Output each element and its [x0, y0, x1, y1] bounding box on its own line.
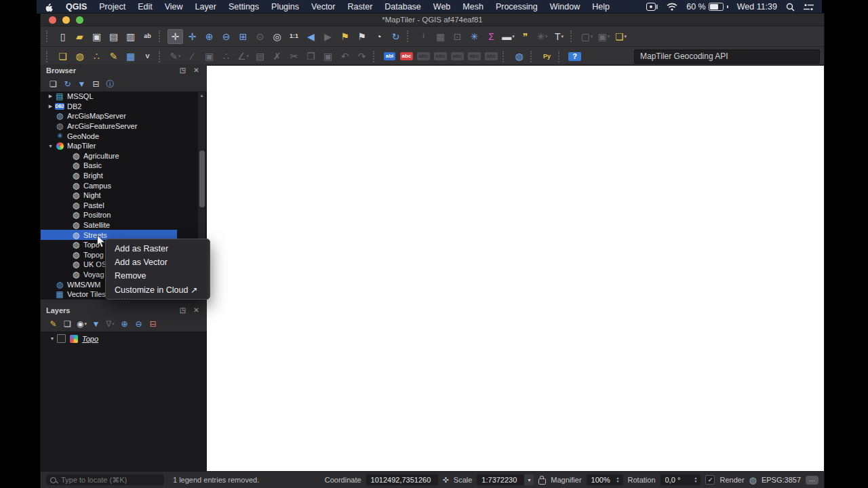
open-project-button[interactable]: ▰ — [72, 29, 87, 44]
menu-layer[interactable]: Layer — [195, 2, 216, 12]
battery-indicator[interactable]: 60 % — [686, 2, 728, 12]
scale-input[interactable] — [480, 475, 521, 485]
context-item-add-as-vector[interactable]: Add as Vector — [106, 256, 210, 269]
screen-recording-icon[interactable] — [646, 3, 658, 11]
filter-browser-button[interactable]: ▼ — [75, 78, 88, 90]
float-panel-button[interactable]: ◳ — [178, 66, 187, 75]
layer-item-topo[interactable]: ▼ Topo — [41, 331, 207, 344]
render-checkbox[interactable]: ✓ — [705, 475, 715, 485]
collapse-all-layers-button[interactable]: ⊖ — [132, 318, 145, 330]
browser-item-agriculture[interactable]: ◍Agriculture — [41, 151, 207, 161]
run-feature-action-button[interactable]: ✳▾ — [534, 29, 550, 44]
copy-features-button[interactable]: ❐ — [303, 49, 319, 64]
zoom-to-selection-button[interactable]: ⊙ — [252, 29, 268, 44]
save-project-button[interactable]: ▣ — [89, 29, 104, 44]
menu-qgis[interactable]: QGIS — [66, 2, 87, 12]
control-center-icon[interactable] — [804, 3, 814, 11]
save-layer-edits-button[interactable]: ▣ — [201, 49, 217, 64]
expand-all-button[interactable]: ⊕ — [118, 318, 131, 330]
messages-button[interactable]: … — [806, 476, 818, 485]
browser-item-basic[interactable]: ◍Basic — [41, 161, 207, 171]
properties-widget-button[interactable]: ⓘ — [104, 78, 117, 90]
map-canvas[interactable] — [207, 66, 824, 472]
collapse-all-button[interactable]: ⊟ — [90, 78, 102, 90]
scroll-up-icon[interactable]: ▲ — [198, 92, 205, 99]
zoom-last-button[interactable]: ◀ — [303, 29, 319, 44]
zoom-to-layer-button[interactable]: ◎ — [269, 29, 285, 44]
rotation-input[interactable] — [664, 475, 692, 485]
geocoding-search-input[interactable] — [634, 49, 820, 64]
new-geopackage-layer-button[interactable]: ◍ — [72, 49, 87, 64]
field-calculator-button[interactable]: ⊡ — [450, 29, 465, 44]
spotlight-search-icon[interactable] — [786, 3, 795, 12]
magnifier-spinner[interactable]: ▲▼ — [616, 476, 620, 483]
menu-edit[interactable]: Edit — [138, 2, 153, 12]
delete-selected-button[interactable]: ✗ — [269, 49, 285, 64]
magnifier-box[interactable]: ▲▼ — [587, 474, 623, 485]
browser-item-pastel[interactable]: ◍Pastel — [41, 201, 207, 211]
rotate-label-button[interactable]: abc — [467, 49, 482, 64]
open-attribute-table-button[interactable]: ▦ — [433, 29, 448, 44]
menu-web[interactable]: Web — [433, 2, 450, 12]
map-tips-button[interactable]: ❞ — [517, 29, 533, 44]
scale-combo[interactable]: ▼ — [477, 474, 534, 485]
pan-map-button[interactable]: ✛ — [167, 29, 183, 44]
layer-visibility-button[interactable]: ❏▾ — [613, 29, 629, 44]
undo-button[interactable]: ↶ — [337, 49, 353, 64]
redo-button[interactable]: ↷ — [354, 49, 370, 64]
browser-item-night[interactable]: ◍Night — [41, 190, 207, 201]
add-group-button[interactable]: ❏ — [61, 318, 74, 330]
expand-arrow-icon[interactable]: ▶ — [46, 94, 55, 99]
advanced-digitizing-button[interactable]: ∠▾ — [235, 49, 251, 64]
context-item-add-as-raster[interactable]: Add as Raster — [106, 242, 210, 256]
new-project-button[interactable]: ▯ — [55, 29, 71, 44]
move-label-button[interactable]: abc — [450, 49, 465, 64]
context-item-remove[interactable]: Remove — [106, 269, 210, 283]
wifi-icon[interactable] — [667, 3, 677, 11]
browser-item-arcgisfeatureserver[interactable]: ◍ArcGisFeatureServer — [41, 121, 207, 131]
menu-mesh[interactable]: Mesh — [462, 2, 484, 12]
menu-window[interactable]: Window — [550, 2, 580, 12]
refresh-browser-button[interactable]: ↻ — [61, 78, 74, 90]
digitize-button[interactable]: ∴ — [218, 49, 234, 64]
coordinate-input[interactable] — [370, 475, 435, 485]
browser-item-bright[interactable]: ◍Bright — [41, 171, 207, 181]
close-window-button[interactable] — [49, 16, 56, 24]
layer-labeling-button[interactable]: abl — [382, 49, 397, 64]
new-shapefile-layer-button[interactable]: ∴ — [89, 49, 104, 64]
new-spatialite-layer-button[interactable]: ✎ — [106, 49, 121, 64]
metasearch-button[interactable]: ◍ — [511, 49, 527, 64]
new-bookmark-button[interactable]: ⚑ — [337, 29, 353, 44]
temporal-controller-button[interactable]: ◔ — [371, 29, 387, 44]
zoom-full-button[interactable]: ⊞ — [235, 29, 251, 44]
browser-item-campus[interactable]: ◍Campus — [41, 180, 207, 190]
layer-visibility-checkbox[interactable] — [57, 334, 66, 343]
browser-item-db2[interactable]: ▶DB2DB2 — [41, 102, 207, 112]
menubar-clock[interactable]: Wed 11:39 — [737, 2, 777, 12]
filter-legend-button[interactable]: ▼ — [90, 318, 102, 330]
menu-settings[interactable]: Settings — [229, 2, 259, 12]
filter-by-expression-button[interactable]: ∇▾ — [104, 318, 117, 330]
pin-labels-button[interactable]: abc — [416, 49, 431, 64]
scale-dropdown-icon[interactable]: ▼ — [524, 474, 534, 485]
identify-features-button[interactable]: i — [416, 29, 431, 44]
measure-button[interactable]: ▬▾ — [500, 29, 516, 44]
manage-map-themes-button[interactable]: ◉▾ — [75, 318, 88, 330]
menu-database[interactable]: Database — [384, 2, 421, 12]
crs-status[interactable]: EPSG:3857 — [762, 476, 801, 484]
new-temporary-scratch-layer-button[interactable]: ▦ — [123, 49, 138, 64]
browser-item-positron[interactable]: ◍Positron — [41, 210, 207, 220]
float-panel-button[interactable]: ◳ — [178, 306, 187, 315]
menu-raster[interactable]: Raster — [347, 2, 372, 12]
zoom-native-button[interactable]: 1:1 — [286, 29, 302, 44]
close-panel-button[interactable]: ✕ — [192, 66, 201, 75]
refresh-map-button[interactable]: ↻ — [388, 29, 403, 44]
zoom-in-button[interactable]: ⊕ — [201, 29, 217, 44]
data-source-manager-button[interactable]: ❏ — [55, 49, 71, 64]
context-item-customize-in-cloud[interactable]: Customize in Cloud ↗ — [106, 283, 210, 296]
current-edits-button[interactable]: ✎▾ — [167, 49, 183, 64]
menu-project[interactable]: Project — [99, 2, 125, 12]
magnifier-input[interactable] — [590, 475, 614, 485]
scale-lock-icon[interactable] — [538, 479, 546, 485]
browser-item-mssql[interactable]: ▶▤MSSQL — [41, 92, 207, 102]
